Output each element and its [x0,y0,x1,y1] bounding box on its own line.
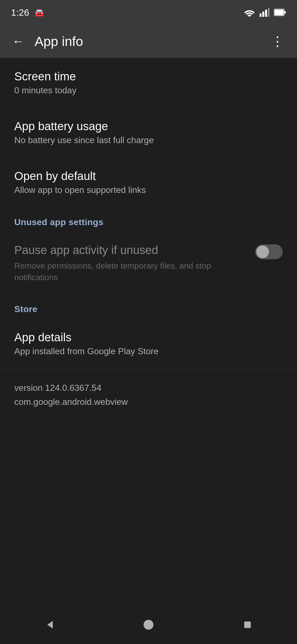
pause-activity-toggle[interactable] [255,244,283,259]
status-time: 1:26 [11,7,29,18]
store-label: Store [14,304,283,314]
screen-time-item[interactable]: Screen time 0 minutes today [0,58,297,108]
svg-rect-0 [260,13,262,17]
home-nav-icon [142,619,155,631]
pause-activity-text: Pause app activity if unused Remove perm… [14,243,247,283]
version-text: version 124.0.6367.54 [14,381,283,395]
navigation-bar [0,608,297,644]
back-nav-button[interactable] [36,614,63,636]
svg-rect-1 [262,12,264,17]
app-battery-item[interactable]: App battery usage No battery use since l… [0,108,297,157]
app-bar: ← App info ⋮ [0,25,297,58]
signal-icon [260,8,270,17]
open-default-title: Open by default [14,170,283,183]
svg-marker-7 [47,621,53,629]
status-icons [244,8,286,17]
status-bar: 1:26 🚘 [0,0,297,25]
pause-activity-item[interactable]: Pause app activity if unused Remove perm… [0,232,297,294]
app-battery-title: App battery usage [14,120,283,133]
battery-icon [274,9,286,16]
app-battery-subtitle: No battery use since last full charge [14,135,283,145]
app-details-item[interactable]: App details App installed from Google Pl… [0,319,297,369]
back-button[interactable]: ← [10,33,26,50]
unused-settings-label: Unused app settings [14,217,283,227]
more-options-button[interactable]: ⋮ [268,34,287,49]
open-default-subtitle: Allow app to open supported links [14,185,283,195]
version-info: version 124.0.6367.54 com.google.android… [0,369,297,421]
content-area: Screen time 0 minutes today App battery … [0,58,297,515]
unused-settings-header: Unused app settings [0,207,297,232]
svg-rect-5 [284,11,286,14]
store-header: Store [0,294,297,319]
driving-icon: 🚘 [34,8,44,17]
wifi-icon [244,8,255,17]
svg-rect-9 [244,621,251,628]
home-nav-button[interactable] [135,614,162,636]
screen-time-subtitle: 0 minutes today [14,85,283,95]
toggle-knob [256,245,269,258]
package-name: com.google.android.webview [14,395,283,409]
svg-rect-2 [265,10,267,17]
app-details-subtitle: App installed from Google Play Store [14,346,283,356]
screen-time-title: Screen time [14,70,283,83]
pause-activity-title: Pause app activity if unused [14,243,247,258]
svg-point-8 [144,620,153,630]
svg-rect-6 [275,10,284,15]
app-details-title: App details [14,331,283,344]
open-default-item[interactable]: Open by default Allow app to open suppor… [0,157,297,207]
recents-nav-button[interactable] [234,614,261,636]
page-title: App info [35,34,260,49]
svg-rect-3 [268,8,270,17]
recents-nav-icon [241,619,254,631]
back-nav-icon [43,619,56,631]
pause-activity-subtitle: Remove permissions, delete temporary fil… [14,260,247,283]
